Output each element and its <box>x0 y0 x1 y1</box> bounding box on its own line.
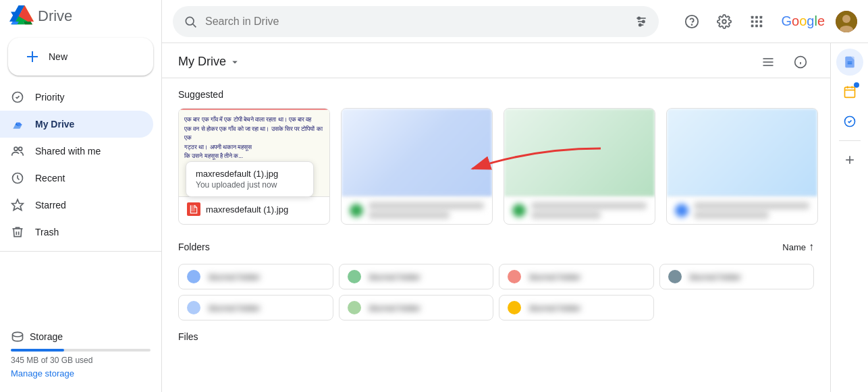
svg-point-13 <box>638 17 640 19</box>
files-section-title: Files <box>162 320 830 347</box>
folder-item-3[interactable]: blurred folder <box>499 264 654 289</box>
svg-point-18 <box>723 20 727 24</box>
storage-used-text: 345 MB of 30 GB used <box>11 356 151 365</box>
folder-icon-1 <box>187 270 200 283</box>
nav-item-my-drive[interactable]: My Drive <box>0 111 153 138</box>
folder-icon-6 <box>348 301 361 314</box>
folder-item-4[interactable]: blurred folder <box>659 264 815 289</box>
folder-item-7[interactable]: blurred folder <box>499 295 654 320</box>
add-panel-button[interactable] <box>836 146 863 173</box>
nav-item-recent[interactable]: Recent <box>0 165 153 192</box>
folder-name-4: blurred folder <box>690 272 742 282</box>
blurred-info-2 <box>342 196 492 224</box>
svg-rect-26 <box>756 24 759 27</box>
suggested-section-title: Suggested <box>162 78 830 108</box>
svg-rect-25 <box>751 24 754 27</box>
tooltip-subtitle: You uploaded just now <box>196 180 304 190</box>
folder-name-6: blurred folder <box>369 303 421 313</box>
check-circle-icon <box>11 90 24 104</box>
svg-marker-6 <box>12 200 24 211</box>
list-view-button[interactable] <box>755 49 782 76</box>
nav-item-trash[interactable]: Trash <box>0 219 153 246</box>
folders-header: Folders Name ↑ <box>162 235 830 258</box>
tasks-panel-button[interactable] <box>836 108 863 135</box>
storage-label: Storage <box>30 331 63 342</box>
nav-item-shared-with-me[interactable]: Shared with me <box>0 138 153 165</box>
storage-bar-fill <box>11 349 64 352</box>
svg-point-29 <box>842 15 850 23</box>
tooltip-filename: maxresdefault (1).jpg <box>196 169 304 179</box>
card-filename: maxresdefault (1).jpg <box>206 204 288 215</box>
nav-label-priority: Priority <box>35 92 65 103</box>
top-header: Google <box>162 0 868 43</box>
new-button[interactable]: New <box>8 38 153 76</box>
folder-item-5[interactable]: blurred folder <box>178 295 333 320</box>
svg-rect-21 <box>760 16 763 18</box>
chevron-down-icon <box>229 56 241 68</box>
blurred-preview-2 <box>342 109 492 196</box>
folder-name-3: blurred folder <box>529 272 581 282</box>
folder-icon-2 <box>348 270 361 283</box>
search-icon <box>184 15 197 28</box>
nav-item-starred[interactable]: Starred <box>0 192 153 219</box>
folder-name-7: blurred folder <box>529 303 581 313</box>
card-info-featured: maxresdefault (1).jpg <box>179 196 329 221</box>
svg-rect-19 <box>751 16 754 18</box>
right-panel <box>830 43 868 392</box>
clock-icon <box>11 171 24 185</box>
user-avatar[interactable] <box>836 11 857 32</box>
folder-name-2: blurred folder <box>369 272 421 282</box>
main-area: Google My Drive <box>162 0 868 392</box>
calendar-panel-button[interactable] <box>836 78 863 105</box>
drive-logo-icon <box>11 5 32 27</box>
nav-label-my-drive: My Drive <box>35 119 74 130</box>
sort-arrow-icon: ↑ <box>809 241 814 253</box>
content-header-actions <box>755 49 814 76</box>
blurred-card-4[interactable] <box>666 108 818 225</box>
sidebar: Drive New Priority My Drive <box>0 0 162 392</box>
search-bar[interactable] <box>173 6 659 37</box>
docs-panel-button[interactable] <box>836 49 863 76</box>
svg-point-4 <box>19 147 22 150</box>
nav-label-trash: Trash <box>35 227 59 237</box>
drive-nav-icon <box>11 117 24 131</box>
svg-rect-27 <box>760 24 763 27</box>
blurred-card-2[interactable] <box>341 108 493 225</box>
header-actions: Google <box>678 8 857 35</box>
search-input[interactable] <box>205 16 626 28</box>
help-button[interactable] <box>678 8 705 35</box>
folder-item-6[interactable]: blurred folder <box>339 295 494 320</box>
nav-label-shared: Shared with me <box>35 146 101 157</box>
settings-button[interactable] <box>711 8 738 35</box>
nav-item-priority[interactable]: Priority <box>0 84 153 111</box>
svg-point-15 <box>639 24 641 26</box>
apps-button[interactable] <box>743 8 770 35</box>
nav-label-starred: Starred <box>35 200 66 211</box>
filter-icon[interactable] <box>634 15 648 28</box>
blurred-preview-4 <box>667 109 817 196</box>
manage-storage-link[interactable]: Manage storage <box>11 368 74 379</box>
info-button[interactable] <box>787 49 814 76</box>
svg-point-14 <box>643 20 645 22</box>
svg-point-8 <box>186 17 194 25</box>
suggested-grid: एक बार एक गाँव में एक टोपी बेचने वाला रह… <box>162 108 830 235</box>
my-drive-title[interactable]: My Drive <box>178 55 241 69</box>
blurred-info-4 <box>667 196 817 224</box>
folders-sort[interactable]: Name ↑ <box>782 241 814 253</box>
calendar-badge <box>854 82 859 88</box>
blurred-card-3[interactable] <box>504 108 655 225</box>
blurred-preview-3 <box>504 109 655 196</box>
sidebar-divider <box>0 251 161 252</box>
storage-bar-background <box>11 349 151 352</box>
svg-point-3 <box>14 147 18 150</box>
svg-rect-23 <box>756 20 759 23</box>
folder-icon-3 <box>508 270 521 283</box>
svg-rect-20 <box>756 16 759 18</box>
folder-item-2[interactable]: blurred folder <box>339 264 494 289</box>
folder-item-1[interactable]: blurred folder <box>178 264 333 289</box>
featured-file-card[interactable]: एक बार एक गाँव में एक टोपी बेचने वाला रह… <box>178 108 330 225</box>
folder-icon-4 <box>668 270 682 283</box>
svg-line-9 <box>193 24 196 27</box>
blurred-info-3 <box>504 196 655 224</box>
folder-icon-7 <box>508 301 521 314</box>
